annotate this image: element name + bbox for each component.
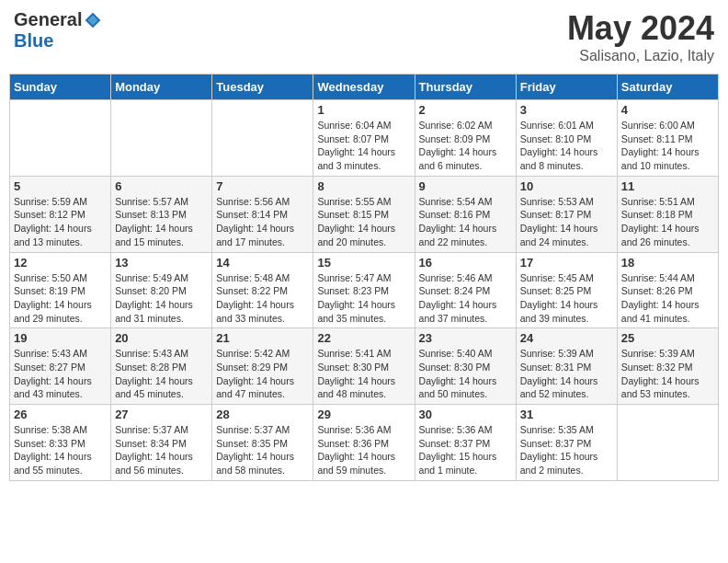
day-number: 15 [317, 256, 410, 270]
day-info: Sunrise: 5:47 AM Sunset: 8:23 PM Dayligh… [317, 271, 410, 326]
calendar-cell: 19Sunrise: 5:43 AM Sunset: 8:27 PM Dayli… [10, 328, 111, 405]
column-header-sunday: Sunday [10, 75, 111, 100]
calendar-cell: 2Sunrise: 6:02 AM Sunset: 8:09 PM Daylig… [415, 100, 516, 177]
day-number: 1 [317, 103, 410, 117]
day-number: 20 [115, 331, 208, 345]
logo-icon [84, 11, 102, 29]
calendar-cell: 24Sunrise: 5:39 AM Sunset: 8:31 PM Dayli… [516, 328, 617, 405]
day-number: 30 [419, 408, 512, 421]
day-info: Sunrise: 5:37 AM Sunset: 8:35 PM Dayligh… [216, 423, 309, 477]
day-info: Sunrise: 5:36 AM Sunset: 8:36 PM Dayligh… [317, 423, 410, 477]
calendar-week-row: 12Sunrise: 5:50 AM Sunset: 8:19 PM Dayli… [10, 252, 719, 328]
calendar-week-row: 1Sunrise: 6:04 AM Sunset: 8:07 PM Daylig… [10, 100, 719, 177]
calendar-cell: 18Sunrise: 5:44 AM Sunset: 8:26 PM Dayli… [617, 252, 718, 328]
day-info: Sunrise: 5:42 AM Sunset: 8:29 PM Dayligh… [216, 347, 309, 401]
column-header-monday: Monday [111, 75, 212, 100]
calendar-cell: 10Sunrise: 5:53 AM Sunset: 8:17 PM Dayli… [516, 176, 617, 252]
calendar-cell: 27Sunrise: 5:37 AM Sunset: 8:34 PM Dayli… [111, 405, 212, 481]
day-number: 10 [520, 179, 613, 193]
day-number: 13 [115, 256, 208, 270]
calendar-cell: 30Sunrise: 5:36 AM Sunset: 8:37 PM Dayli… [415, 405, 516, 481]
calendar-cell: 13Sunrise: 5:49 AM Sunset: 8:20 PM Dayli… [111, 252, 212, 328]
day-info: Sunrise: 6:04 AM Sunset: 8:07 PM Dayligh… [317, 119, 410, 173]
calendar-cell: 11Sunrise: 5:51 AM Sunset: 8:18 PM Dayli… [617, 176, 718, 252]
day-info: Sunrise: 5:49 AM Sunset: 8:20 PM Dayligh… [115, 271, 208, 326]
calendar-week-row: 19Sunrise: 5:43 AM Sunset: 8:27 PM Dayli… [10, 328, 719, 405]
day-number: 26 [14, 408, 107, 421]
day-info: Sunrise: 5:38 AM Sunset: 8:33 PM Dayligh… [14, 423, 107, 477]
day-number: 6 [115, 179, 208, 193]
calendar-cell: 4Sunrise: 6:00 AM Sunset: 8:11 PM Daylig… [617, 100, 718, 177]
day-info: Sunrise: 5:50 AM Sunset: 8:19 PM Dayligh… [14, 271, 107, 326]
page-header: General Blue May 2024 Salisano, Lazio, I… [9, 9, 719, 64]
calendar-week-row: 26Sunrise: 5:38 AM Sunset: 8:33 PM Dayli… [10, 405, 719, 481]
calendar-cell: 28Sunrise: 5:37 AM Sunset: 8:35 PM Dayli… [212, 405, 313, 481]
calendar-cell: 12Sunrise: 5:50 AM Sunset: 8:19 PM Dayli… [10, 252, 111, 328]
calendar-cell: 8Sunrise: 5:55 AM Sunset: 8:15 PM Daylig… [313, 176, 415, 252]
day-info: Sunrise: 5:55 AM Sunset: 8:15 PM Dayligh… [317, 195, 410, 249]
calendar-cell: 22Sunrise: 5:41 AM Sunset: 8:30 PM Dayli… [313, 328, 415, 405]
day-number: 16 [419, 256, 512, 270]
day-info: Sunrise: 6:01 AM Sunset: 8:10 PM Dayligh… [520, 119, 613, 173]
day-info: Sunrise: 5:53 AM Sunset: 8:17 PM Dayligh… [520, 195, 613, 249]
logo-blue-text: Blue [14, 30, 53, 52]
calendar-cell: 25Sunrise: 5:39 AM Sunset: 8:32 PM Dayli… [617, 328, 718, 405]
day-info: Sunrise: 5:45 AM Sunset: 8:25 PM Dayligh… [520, 271, 613, 326]
day-number: 28 [216, 408, 309, 421]
day-number: 29 [317, 408, 410, 421]
calendar-header-row: SundayMondayTuesdayWednesdayThursdayFrid… [10, 75, 719, 100]
day-info: Sunrise: 5:35 AM Sunset: 8:37 PM Dayligh… [520, 423, 613, 477]
column-header-wednesday: Wednesday [313, 75, 415, 100]
calendar-cell: 16Sunrise: 5:46 AM Sunset: 8:24 PM Dayli… [415, 252, 516, 328]
day-info: Sunrise: 5:57 AM Sunset: 8:13 PM Dayligh… [115, 195, 208, 249]
calendar-cell: 15Sunrise: 5:47 AM Sunset: 8:23 PM Dayli… [313, 252, 415, 328]
day-number: 23 [419, 331, 512, 345]
calendar-cell: 9Sunrise: 5:54 AM Sunset: 8:16 PM Daylig… [415, 176, 516, 252]
calendar-cell: 14Sunrise: 5:48 AM Sunset: 8:22 PM Dayli… [212, 252, 313, 328]
calendar-cell [111, 100, 212, 177]
calendar-cell: 31Sunrise: 5:35 AM Sunset: 8:37 PM Dayli… [516, 405, 617, 481]
day-number: 2 [419, 103, 512, 117]
day-number: 31 [520, 408, 613, 421]
day-info: Sunrise: 5:36 AM Sunset: 8:37 PM Dayligh… [419, 423, 512, 477]
calendar-cell [617, 405, 718, 481]
day-info: Sunrise: 5:37 AM Sunset: 8:34 PM Dayligh… [115, 423, 208, 477]
calendar-cell: 5Sunrise: 5:59 AM Sunset: 8:12 PM Daylig… [10, 176, 111, 252]
location-title: Salisano, Lazio, Italy [567, 48, 714, 64]
calendar-cell: 1Sunrise: 6:04 AM Sunset: 8:07 PM Daylig… [313, 100, 415, 177]
day-info: Sunrise: 5:39 AM Sunset: 8:31 PM Dayligh… [520, 347, 613, 401]
title-section: May 2024 Salisano, Lazio, Italy [567, 9, 714, 64]
day-info: Sunrise: 5:40 AM Sunset: 8:30 PM Dayligh… [419, 347, 512, 401]
day-number: 7 [216, 179, 309, 193]
day-number: 17 [520, 256, 613, 270]
day-number: 9 [419, 179, 512, 193]
day-info: Sunrise: 5:56 AM Sunset: 8:14 PM Dayligh… [216, 195, 309, 249]
day-number: 22 [317, 331, 410, 345]
calendar-cell: 29Sunrise: 5:36 AM Sunset: 8:36 PM Dayli… [313, 405, 415, 481]
day-number: 25 [621, 331, 714, 345]
day-number: 14 [216, 256, 309, 270]
column-header-saturday: Saturday [617, 75, 718, 100]
calendar-cell: 26Sunrise: 5:38 AM Sunset: 8:33 PM Dayli… [10, 405, 111, 481]
day-info: Sunrise: 5:46 AM Sunset: 8:24 PM Dayligh… [419, 271, 512, 326]
day-info: Sunrise: 6:02 AM Sunset: 8:09 PM Dayligh… [419, 119, 512, 173]
logo-general-text: General [14, 9, 82, 30]
calendar-cell: 21Sunrise: 5:42 AM Sunset: 8:29 PM Dayli… [212, 328, 313, 405]
day-number: 19 [14, 331, 107, 345]
column-header-thursday: Thursday [415, 75, 516, 100]
day-info: Sunrise: 5:41 AM Sunset: 8:30 PM Dayligh… [317, 347, 410, 401]
calendar-cell: 17Sunrise: 5:45 AM Sunset: 8:25 PM Dayli… [516, 252, 617, 328]
day-info: Sunrise: 5:54 AM Sunset: 8:16 PM Dayligh… [419, 195, 512, 249]
day-number: 5 [14, 179, 107, 193]
calendar-table: SundayMondayTuesdayWednesdayThursdayFrid… [9, 74, 719, 481]
day-number: 24 [520, 331, 613, 345]
day-number: 27 [115, 408, 208, 421]
day-info: Sunrise: 5:59 AM Sunset: 8:12 PM Dayligh… [14, 195, 107, 249]
day-info: Sunrise: 5:44 AM Sunset: 8:26 PM Dayligh… [621, 271, 714, 326]
calendar-cell: 23Sunrise: 5:40 AM Sunset: 8:30 PM Dayli… [415, 328, 516, 405]
day-number: 8 [317, 179, 410, 193]
day-info: Sunrise: 5:48 AM Sunset: 8:22 PM Dayligh… [216, 271, 309, 326]
day-info: Sunrise: 5:43 AM Sunset: 8:27 PM Dayligh… [14, 347, 107, 401]
day-info: Sunrise: 5:43 AM Sunset: 8:28 PM Dayligh… [115, 347, 208, 401]
day-info: Sunrise: 5:39 AM Sunset: 8:32 PM Dayligh… [621, 347, 714, 401]
